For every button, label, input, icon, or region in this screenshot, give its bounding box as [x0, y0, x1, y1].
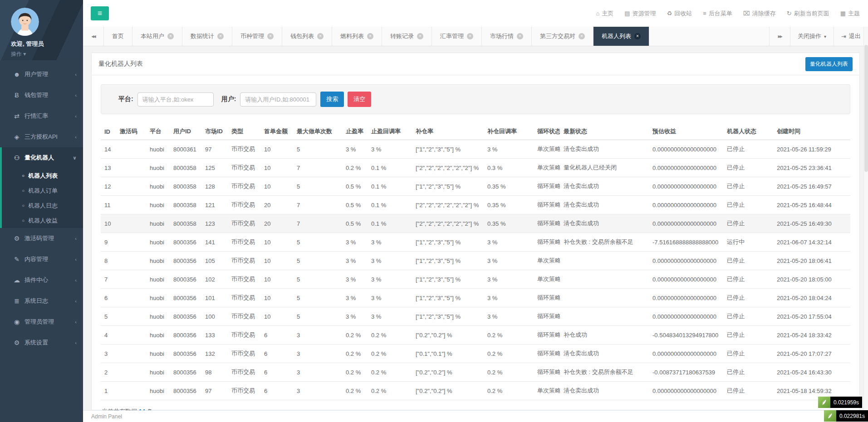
logout-button[interactable]: ⇥ 退出 — [834, 27, 868, 46]
table-cell: 0.2 % — [484, 363, 534, 382]
sidebar-item-robot-logs[interactable]: ○机器人日志 — [2, 198, 83, 213]
clear-button[interactable]: 清空 — [348, 92, 371, 107]
table-row[interactable]: 14huobi800036197币币交易1053 %3 %["1","2","3… — [101, 140, 850, 159]
tab-close-icon[interactable]: × — [417, 33, 423, 39]
sidebar-item-market[interactable]: ⇄行情汇率‹ — [0, 106, 83, 126]
table-cell: 0.000000000000000000 — [649, 382, 723, 400]
sidebar-item-robot-orders[interactable]: ○机器人订单 — [2, 183, 83, 198]
sidebar-item-admins[interactable]: ◉管理员管理‹ — [0, 311, 83, 332]
avatar[interactable] — [11, 8, 39, 36]
tab-quotes[interactable]: 市场行情× — [482, 27, 532, 46]
sidebar-item-plugins[interactable]: ☁插件中心‹ — [0, 270, 83, 291]
tab-close-icon[interactable]: × — [579, 33, 585, 39]
table-cell — [116, 196, 146, 214]
tab-rates[interactable]: 汇率管理× — [432, 27, 482, 46]
sidebar-item-robot-list[interactable]: ○机器人列表 — [2, 168, 83, 183]
vertical-scrollbar[interactable] — [863, 27, 868, 422]
table-cell: 0.000000000000000000 — [649, 140, 723, 159]
search-panel: 平台: 用户: 搜索 清空 — [101, 84, 850, 114]
tab-close-icon[interactable]: × — [467, 33, 473, 39]
header-link-theme[interactable]: ▦主题 — [840, 10, 860, 18]
sidebar-toggle-button[interactable]: ≡ — [91, 6, 109, 20]
table-cell: 5 — [101, 307, 116, 326]
sidebar-item-settings[interactable]: ⚙系统设置‹ — [0, 332, 83, 353]
tab-close-icon[interactable]: × — [267, 33, 274, 39]
tab-fuel[interactable]: 燃料列表× — [332, 27, 382, 46]
table-cell: 8000356 — [170, 252, 201, 270]
table-cell: 10 — [260, 307, 293, 326]
table-row[interactable]: 11huobi8000358121币币交易2070.5 %0.1 %["2","… — [101, 196, 850, 214]
chevron-left-icon: ‹ — [75, 298, 77, 304]
tab-close-icon[interactable]: × — [167, 33, 174, 39]
trace-badge-2[interactable]: 0.022981s — [824, 410, 868, 422]
tab-stats[interactable]: 数据统计× — [182, 27, 232, 46]
header-link-assets[interactable]: ▤资源管理 — [624, 10, 656, 18]
sidebar-item-robot-profit[interactable]: ○机器人收益 — [2, 213, 83, 228]
sidebar-item-robot[interactable]: ⚇量化机器人∨ — [2, 147, 83, 168]
table-cell: 3 % — [342, 233, 368, 252]
sidebar-item-content[interactable]: ✎内容管理‹ — [0, 249, 83, 270]
header-link-home[interactable]: ⌂主页 — [596, 10, 613, 18]
header-link-menu[interactable]: ≡后台菜单 — [703, 10, 732, 18]
platform-input[interactable] — [137, 92, 214, 107]
table-row[interactable]: 9huobi8000356141币币交易1053 %3 %["1","2","3… — [101, 233, 850, 252]
platform-label: 平台: — [118, 95, 133, 103]
sidebar-item-syslog[interactable]: ≣系统日志‹ — [0, 291, 83, 311]
sidebar-item-wallet[interactable]: Ƀ钱包管理‹ — [0, 85, 83, 106]
table-row[interactable]: 7huobi8000356102币币交易1053 %3 %["1","2","3… — [101, 270, 850, 289]
search-button[interactable]: 搜索 — [320, 92, 344, 107]
tab-close-icon[interactable]: × — [317, 33, 324, 39]
user-id-input[interactable] — [240, 92, 316, 107]
header-link-refresh[interactable]: ↻刷新当前页面 — [787, 10, 829, 18]
table-row[interactable]: 3huobi8000356132币币交易630.2 %0.2 %["0.1","… — [101, 344, 850, 363]
tab-pairs[interactable]: 第三方交易对× — [532, 27, 593, 46]
file-icon: ▤ — [624, 10, 630, 17]
sidebar-item-users[interactable]: ☻用户管理‹ — [0, 64, 83, 85]
table-row[interactable]: 13huobi8000358125币币交易1070.2 %0.1 %["2","… — [101, 159, 850, 177]
table-cell: huobi — [146, 233, 170, 252]
table-cell: 5 — [293, 233, 342, 252]
header-link-cache[interactable]: ⌧清除缓存 — [743, 10, 776, 18]
table-row[interactable]: 5huobi8000356100币币交易1053 %3 %["1","2","3… — [101, 307, 850, 326]
tab-close-icon[interactable]: × — [634, 33, 641, 39]
tab-site-users[interactable]: 本站用户× — [132, 27, 182, 46]
chevron-left-icon: ‹ — [75, 257, 77, 262]
table-row[interactable]: 2huobi800035698币币交易630.2 %0.2 %["0.2","0… — [101, 363, 850, 382]
tabs-scroll-left-button[interactable]: ◀◀ — [83, 27, 104, 46]
home-icon: ⌂ — [596, 10, 599, 17]
trace-badge-1[interactable]: 0.021959s — [818, 397, 862, 408]
profile-action-dropdown[interactable]: 操作 ▾ — [11, 50, 83, 58]
tab-close-icon[interactable]: × — [217, 33, 224, 39]
robot-list-header-button[interactable]: 量化机器人列表 — [805, 57, 853, 71]
table-row[interactable]: 4huobi8000356133币币交易630.2 %0.2 %["0.2","… — [101, 326, 850, 344]
tab-wallets[interactable]: 钱包列表× — [282, 27, 332, 46]
header-link-recycle[interactable]: ♻回收站 — [667, 10, 692, 18]
tab-home[interactable]: 首页 — [104, 27, 132, 46]
table-row[interactable]: 10huobi8000358123币币交易2070.5 %0.1 %["2","… — [101, 214, 850, 233]
tab-coins[interactable]: 币种管理× — [232, 27, 282, 46]
table-cell: 8000356 — [170, 233, 201, 252]
table-row[interactable]: 6huobi8000356101币币交易1053 %3 %["1","2","3… — [101, 289, 850, 307]
table-cell: 循环策略 — [534, 344, 560, 363]
table-cell: 0.2 % — [342, 159, 368, 177]
tabs-scroll-right-button[interactable]: ▶▶ — [769, 27, 790, 46]
table-row[interactable]: 12huobi8000358128币币交易1050.5 %0.1 %["1","… — [101, 177, 850, 196]
table-cell: 币币交易 — [228, 252, 260, 270]
tab-close-icon[interactable]: × — [517, 33, 523, 39]
column-header: ID — [101, 123, 116, 140]
scrollbar-thumb[interactable] — [864, 45, 868, 172]
table-row[interactable]: 8huobi8000356105币币交易1053 %3 %["1","2","3… — [101, 252, 850, 270]
close-actions-dropdown[interactable]: 关闭操作 ▾ — [790, 27, 834, 46]
sidebar-item-api[interactable]: ◈三方授权API‹ — [0, 126, 83, 147]
tab-robot-list[interactable]: 机器人列表× — [593, 27, 649, 46]
sidebar-item-activation[interactable]: ⚙激活码管理‹ — [0, 228, 83, 249]
table-cell: 已停止 — [723, 140, 773, 159]
table-cell — [116, 307, 146, 326]
column-header: 用户ID — [170, 123, 201, 140]
avatar-image — [11, 8, 39, 36]
table-cell: 8000356 — [170, 326, 201, 344]
table-row[interactable]: 1huobi800035697币币交易630.2 %0.2 %["0.2","0… — [101, 382, 850, 400]
tab-close-icon[interactable]: × — [367, 33, 373, 39]
tab-transfers[interactable]: 转账记录× — [382, 27, 432, 46]
table-cell: 0.5 % — [342, 214, 368, 233]
